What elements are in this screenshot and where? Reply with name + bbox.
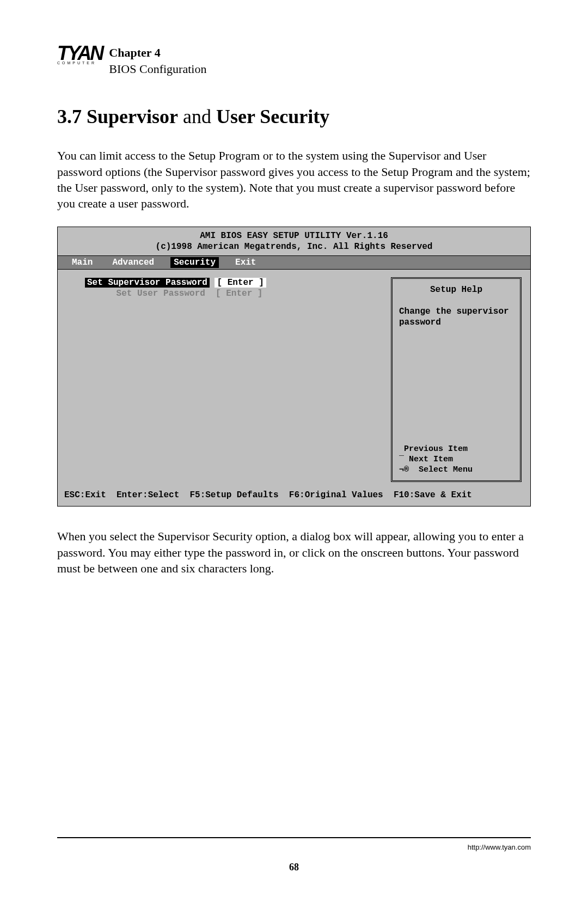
tab-advanced[interactable]: Advanced bbox=[109, 257, 157, 268]
bios-title: AMI BIOS EASY SETUP UTILITY Ver.1.16 bbox=[58, 227, 530, 241]
nav-select-menu: ¬® Select Menu bbox=[399, 465, 513, 475]
user-password-value: [ Enter ] bbox=[216, 289, 262, 298]
chapter-subtitle: BIOS Configuration bbox=[109, 61, 206, 77]
footer-url: http://www.tyan.com bbox=[468, 843, 531, 851]
option-user-password[interactable]: Set User Password [ Enter ] bbox=[85, 288, 383, 299]
help-nav: ­ Previous Item ¯ Next Item ¬® Select Me… bbox=[399, 444, 513, 475]
section-title-mid: and bbox=[178, 106, 216, 127]
section-title-part1: Supervisor bbox=[87, 106, 178, 127]
page-number: 68 bbox=[0, 862, 588, 873]
intro-paragraph: You can limit access to the Setup Progra… bbox=[57, 148, 531, 211]
user-password-label: Set User Password bbox=[117, 289, 205, 298]
page-header: TYAN COMPUTER Chapter 4 BIOS Configurati… bbox=[57, 45, 531, 77]
supervisor-password-label: Set Supervisor Password bbox=[85, 278, 210, 288]
footer-rule bbox=[57, 837, 531, 838]
bios-help-panel: Setup Help Change the supervisor passwor… bbox=[391, 277, 522, 482]
logo-text: TYAN bbox=[57, 45, 102, 62]
nav-next-item: ¯ Next Item bbox=[399, 455, 513, 465]
chapter-block: Chapter 4 BIOS Configuration bbox=[109, 45, 206, 77]
bios-menu-bar: Main Advanced Security Exit bbox=[58, 255, 530, 270]
tab-main[interactable]: Main bbox=[69, 257, 96, 268]
section-number: 3.7 bbox=[57, 106, 82, 127]
after-paragraph: When you select the Supervisor Security … bbox=[57, 528, 531, 576]
bios-options: Set Supervisor Password [ Enter ] Set Us… bbox=[85, 277, 383, 482]
tab-security[interactable]: Security bbox=[170, 257, 219, 268]
bios-panel: AMI BIOS EASY SETUP UTILITY Ver.1.16 (c)… bbox=[57, 227, 531, 507]
section-title: 3.7 Supervisor and User Security bbox=[57, 105, 531, 128]
bios-footer-hints: ESC:Exit Enter:Select F5:Setup Defaults … bbox=[58, 487, 530, 506]
bios-body: Set Supervisor Password [ Enter ] Set Us… bbox=[58, 270, 530, 487]
chapter-label: Chapter 4 bbox=[109, 45, 206, 61]
supervisor-password-value: [ Enter ] bbox=[215, 278, 266, 288]
section-title-part2: User Security bbox=[216, 106, 329, 127]
tyan-logo: TYAN COMPUTER bbox=[57, 45, 102, 65]
bios-copyright: (c)1998 American Megatrends, Inc. All Ri… bbox=[58, 241, 530, 255]
help-title: Setup Help bbox=[399, 284, 513, 295]
help-text: Change the supervisor password bbox=[399, 306, 513, 328]
tab-exit[interactable]: Exit bbox=[232, 257, 259, 268]
nav-previous-item: ­ Previous Item bbox=[399, 444, 513, 455]
option-supervisor-password[interactable]: Set Supervisor Password [ Enter ] bbox=[85, 277, 383, 288]
